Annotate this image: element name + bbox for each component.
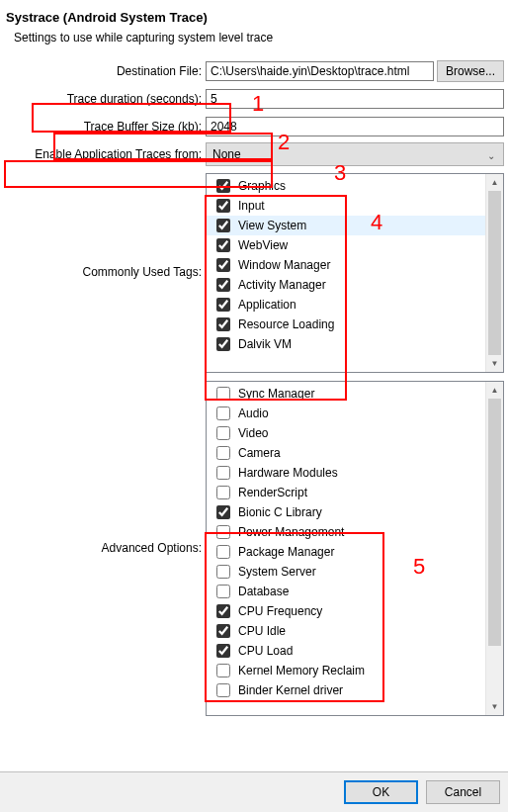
checkbox[interactable] [216, 337, 230, 351]
list-item[interactable]: Input [207, 196, 485, 216]
list-item[interactable]: Camera [207, 443, 485, 463]
checkbox[interactable] [216, 278, 230, 292]
list-item[interactable]: Bionic C Library [207, 502, 485, 522]
list-item[interactable]: RenderScript [207, 483, 485, 502]
list-item[interactable]: Dalvik VM [207, 334, 485, 354]
list-item[interactable]: Resource Loading [207, 315, 485, 334]
scroll-up-icon[interactable]: ▲ [486, 174, 503, 191]
list-item[interactable]: Power Management [207, 522, 485, 542]
checkbox[interactable] [216, 644, 230, 658]
checkbox[interactable] [216, 426, 230, 440]
checkbox[interactable] [216, 199, 230, 213]
checkbox[interactable] [216, 406, 230, 420]
cancel-button[interactable]: Cancel [426, 780, 500, 804]
list-item[interactable]: CPU Idle [207, 621, 485, 641]
list-item-label: Power Management [238, 525, 344, 539]
checkbox[interactable] [216, 179, 230, 193]
common-tags-listbox[interactable]: GraphicsInputView SystemWebViewWindow Ma… [206, 173, 504, 373]
list-item[interactable]: Video [207, 423, 485, 443]
advanced-options-listbox[interactable]: Sync ManagerAudioVideoCameraHardware Mod… [206, 381, 504, 716]
list-item[interactable]: Binder Kernel driver [207, 680, 485, 700]
app-traces-value: None [212, 147, 241, 161]
list-item-label: Resource Loading [238, 317, 334, 331]
checkbox[interactable] [216, 585, 230, 598]
list-item-label: Input [238, 199, 265, 213]
checkbox[interactable] [216, 258, 230, 272]
duration-label: Trace duration (seconds): [4, 92, 206, 106]
checkbox[interactable] [216, 545, 230, 559]
destination-label: Destination File: [4, 64, 206, 78]
list-item-label: Activity Manager [238, 278, 326, 292]
list-item-label: Bionic C Library [238, 505, 322, 519]
list-item-label: Binder Kernel driver [238, 683, 343, 697]
scroll-down-icon[interactable]: ▼ [486, 698, 503, 715]
list-item-label: CPU Load [238, 644, 293, 658]
common-tags-label: Commonly Used Tags: [4, 173, 206, 371]
list-item[interactable]: View System [207, 216, 485, 235]
list-item-label: CPU Idle [238, 624, 286, 638]
chevron-down-icon: ⌄ [487, 150, 495, 161]
list-item-label: Audio [238, 406, 269, 420]
checkbox[interactable] [216, 505, 230, 519]
ok-button[interactable]: OK [344, 780, 418, 804]
list-item-label: RenderScript [238, 486, 307, 499]
browse-button[interactable]: Browse... [437, 60, 504, 82]
buffer-input[interactable] [206, 117, 504, 136]
dialog-title: Systrace (Android System Trace) [4, 8, 504, 27]
app-traces-label: Enable Application Traces from: [4, 147, 206, 161]
list-item-label: Package Manager [238, 545, 334, 559]
list-item[interactable]: System Server [207, 562, 485, 582]
checkbox[interactable] [216, 466, 230, 480]
checkbox[interactable] [216, 525, 230, 539]
list-item-label: WebView [238, 238, 288, 252]
list-item-label: Sync Manager [238, 387, 314, 401]
scrollbar[interactable]: ▲ ▼ [485, 174, 503, 372]
checkbox[interactable] [216, 298, 230, 312]
checkbox[interactable] [216, 624, 230, 638]
list-item[interactable]: Database [207, 582, 485, 601]
list-item-label: Graphics [238, 179, 286, 193]
list-item-label: Video [238, 426, 268, 440]
list-item[interactable]: Hardware Modules [207, 463, 485, 483]
checkbox[interactable] [216, 387, 230, 401]
list-item[interactable]: Package Manager [207, 542, 485, 562]
dialog-subtitle: Settings to use while capturing system l… [4, 27, 504, 60]
list-item-label: Dalvik VM [238, 337, 292, 351]
list-item-label: System Server [238, 565, 316, 579]
checkbox[interactable] [216, 317, 230, 331]
list-item-label: Application [238, 298, 296, 312]
list-item-label: CPU Frequency [238, 604, 322, 618]
list-item-label: Kernel Memory Reclaim [238, 664, 365, 677]
destination-input[interactable] [206, 61, 434, 81]
list-item[interactable]: CPU Load [207, 641, 485, 661]
checkbox[interactable] [216, 664, 230, 677]
list-item[interactable]: Sync Manager [207, 384, 485, 404]
scroll-up-icon[interactable]: ▲ [486, 382, 503, 399]
scroll-down-icon[interactable]: ▼ [486, 355, 503, 372]
list-item[interactable]: WebView [207, 235, 485, 255]
list-item[interactable]: Audio [207, 404, 485, 423]
checkbox[interactable] [216, 446, 230, 460]
list-item-label: Camera [238, 446, 281, 460]
list-item-label: Hardware Modules [238, 466, 338, 480]
scrollbar[interactable]: ▲ ▼ [485, 382, 503, 715]
list-item[interactable]: CPU Frequency [207, 601, 485, 621]
advanced-options-label: Advanced Options: [4, 381, 206, 714]
list-item[interactable]: Kernel Memory Reclaim [207, 661, 485, 680]
duration-input[interactable] [206, 89, 504, 109]
list-item-label: View System [238, 219, 306, 232]
list-item-label: Window Manager [238, 258, 330, 272]
list-item[interactable]: Window Manager [207, 255, 485, 275]
buffer-label: Trace Buffer Size (kb): [4, 120, 206, 134]
checkbox[interactable] [216, 238, 230, 252]
checkbox[interactable] [216, 219, 230, 232]
list-item[interactable]: Graphics [207, 176, 485, 196]
checkbox[interactable] [216, 604, 230, 618]
list-item-label: Database [238, 585, 289, 598]
checkbox[interactable] [216, 565, 230, 579]
list-item[interactable]: Application [207, 295, 485, 315]
app-traces-dropdown[interactable]: None ⌄ [206, 142, 504, 166]
checkbox[interactable] [216, 683, 230, 697]
checkbox[interactable] [216, 486, 230, 499]
list-item[interactable]: Activity Manager [207, 275, 485, 295]
